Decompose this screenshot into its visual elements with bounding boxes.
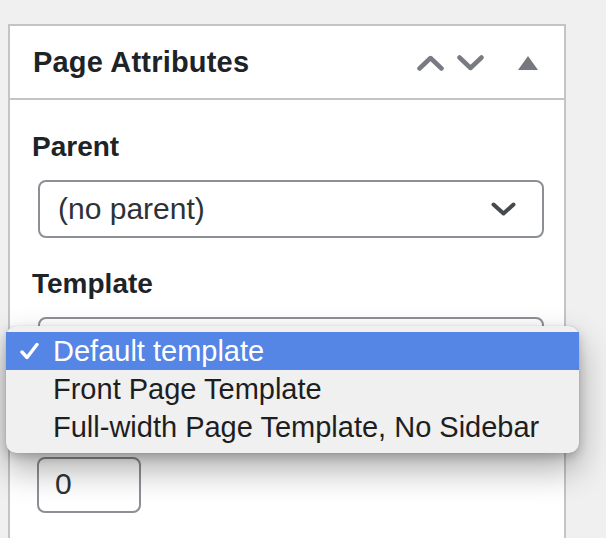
menu-option-front-page-template[interactable]: Front Page Template [6,370,579,408]
move-down-button[interactable] [450,41,490,85]
template-label: Template [32,270,153,298]
template-dropdown-menu: Default template Front Page Template Ful… [6,326,579,453]
parent-select[interactable]: (no parent) [38,180,544,238]
triangle-up-icon [518,56,538,70]
wp-admin-sidebar-region: Page Attributes [0,0,606,538]
move-up-button[interactable] [410,41,450,85]
menu-option-label: Full-width Page Template, No Sidebar [53,411,539,443]
chevron-down-icon [457,55,484,71]
page-attributes-metabox: Page Attributes [8,24,566,538]
menu-option-label: Default template [53,335,264,367]
menu-option-full-width-template[interactable]: Full-width Page Template, No Sidebar [6,408,579,446]
parent-label: Parent [32,133,119,161]
checkmark-icon [20,343,39,360]
menu-option-default-template[interactable]: Default template [6,332,579,370]
parent-select-value: (no parent) [58,192,205,226]
metabox-header: Page Attributes [10,26,564,100]
chevron-down-icon [491,202,516,216]
menu-option-label: Front Page Template [53,373,322,405]
toggle-panel-button[interactable] [510,41,546,85]
chevron-up-icon [417,55,444,71]
metabox-handle-actions [410,26,546,100]
metabox-title: Page Attributes [33,46,249,79]
order-input[interactable] [37,457,141,513]
